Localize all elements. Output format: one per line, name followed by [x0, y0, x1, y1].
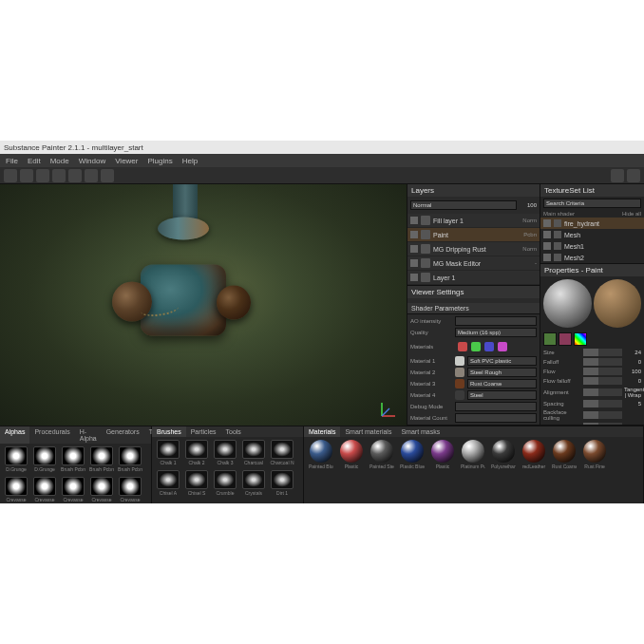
viewport-3d[interactable] — [0, 184, 407, 426]
shelf-tab[interactable]: Smart masks — [396, 426, 445, 437]
tool-poly-icon[interactable] — [52, 169, 66, 182]
param-select[interactable]: Steel — [467, 390, 537, 400]
eye-icon[interactable] — [410, 217, 418, 224]
texset-search-input[interactable]: Search Criteria — [543, 199, 641, 208]
color-secondary[interactable] — [559, 332, 572, 346]
brush-item[interactable]: Crystals — [240, 470, 267, 499]
shelf-tab[interactable]: Tools — [221, 426, 246, 437]
slider[interactable] — [583, 377, 622, 385]
eye-icon[interactable] — [410, 274, 418, 281]
alpha-item[interactable]: Brush Pcbn — [88, 446, 115, 475]
param-select[interactable]: Rust Coarse — [467, 379, 537, 388]
menu-plugins[interactable]: Plugins — [147, 157, 172, 165]
texset-row[interactable]: fire_hydrant — [540, 218, 644, 229]
layer-row[interactable]: Fill layer 1Norm — [407, 214, 540, 228]
alpha-item[interactable]: D.Grunge — [31, 446, 58, 475]
slider[interactable] — [583, 411, 622, 419]
material-item[interactable]: Rust Coarse — [550, 440, 578, 472]
menu-help[interactable]: Help — [182, 157, 198, 165]
viewport-mode-icon[interactable] — [611, 169, 624, 182]
alpha-item[interactable]: Crevasse — [3, 477, 29, 503]
layer-row[interactable]: PaintPcbn — [407, 228, 540, 242]
brush-item[interactable]: Chisel A — [155, 470, 181, 499]
shelf-tab[interactable]: Procedurals — [29, 426, 74, 444]
shelf-tab[interactable]: Smart materials — [340, 426, 396, 437]
texset-row[interactable]: Mesh1 — [540, 240, 644, 252]
shelf-tab[interactable]: Particles — [186, 426, 221, 437]
texset-row[interactable]: Mesh2 — [540, 252, 644, 263]
alpha-item[interactable]: Crevasse — [88, 477, 115, 503]
tool-fill-icon[interactable] — [68, 169, 82, 182]
alpha-item[interactable]: Brush Pcbn — [117, 446, 143, 475]
brush-item[interactable]: Dirt 1 — [269, 470, 295, 499]
alpha-item[interactable]: Crevasse — [60, 477, 86, 503]
brush-item[interactable]: Chisel S — [183, 470, 210, 499]
brush-item[interactable]: Charcoal N — [269, 440, 295, 468]
menu-file[interactable]: File — [6, 157, 18, 165]
tool-brush-icon[interactable] — [4, 169, 17, 182]
slider[interactable] — [583, 368, 622, 375]
material-item[interactable]: Polyurethane — [489, 440, 518, 472]
menu-edit[interactable]: Edit — [28, 157, 41, 165]
menu-mode[interactable]: Mode — [50, 157, 69, 165]
material-item[interactable]: Painted Steel — [368, 440, 396, 472]
eye-icon[interactable] — [410, 259, 418, 267]
material-item[interactable]: redLeather — [520, 440, 548, 472]
texset-row[interactable]: Mesh — [540, 229, 644, 240]
material-swatch[interactable] — [455, 379, 464, 388]
slider[interactable] — [583, 358, 622, 366]
shelf-tab[interactable]: Generators — [102, 426, 144, 444]
material-swatch[interactable] — [455, 390, 464, 400]
menu-window[interactable]: Window — [79, 157, 105, 165]
shelf-tab[interactable]: Brushes — [152, 426, 186, 437]
eye-icon[interactable] — [543, 231, 551, 238]
slider[interactable] — [583, 349, 622, 356]
param-select[interactable]: Soft PVC plastic — [467, 356, 537, 366]
param-select[interactable] — [455, 413, 537, 423]
material-item[interactable]: Plastic — [428, 440, 457, 472]
camera-icon[interactable] — [627, 169, 640, 182]
tool-smudge-icon[interactable] — [85, 169, 98, 182]
material-item[interactable]: Platinum Pure — [459, 440, 487, 472]
alpha-item[interactable]: Crevasse — [117, 477, 143, 503]
tool-clone-icon[interactable] — [101, 169, 114, 182]
menu-viewer[interactable]: Viewer — [115, 157, 138, 165]
param-select[interactable] — [455, 316, 537, 326]
mat-color[interactable] — [458, 342, 467, 351]
blend-mode-select[interactable]: Normal — [410, 200, 517, 210]
brush-item[interactable]: Chalk 3 — [212, 440, 238, 468]
material-swatch[interactable] — [455, 356, 464, 366]
tool-projection-icon[interactable] — [36, 169, 49, 182]
slider[interactable] — [583, 400, 622, 407]
param-select[interactable] — [455, 402, 537, 411]
brush-item[interactable]: Chalk 2 — [183, 440, 210, 468]
param-select[interactable]: Steel Rough — [467, 368, 537, 377]
alpha-item[interactable]: Brush Pcbn — [60, 446, 86, 475]
shelf-tab[interactable]: Materials — [304, 426, 340, 437]
material-swatch[interactable] — [455, 368, 464, 377]
color-picker-icon[interactable] — [574, 332, 587, 346]
eye-icon[interactable] — [543, 242, 551, 250]
slider[interactable] — [583, 388, 622, 396]
material-item[interactable]: Rust Fine — [580, 440, 609, 472]
mat-color[interactable] — [484, 342, 494, 351]
layer-row[interactable]: MG Mask Editor- — [407, 256, 540, 271]
brush-item[interactable]: Crumble — [212, 470, 238, 499]
alpha-item[interactable]: D.Grunge — [3, 446, 29, 475]
color-primary[interactable] — [543, 332, 557, 346]
mat-color[interactable] — [471, 342, 481, 351]
material-item[interactable]: Plastic — [337, 440, 366, 472]
eye-icon[interactable] — [410, 231, 418, 238]
brush-item[interactable]: Charcoal — [240, 440, 267, 468]
eye-icon[interactable] — [543, 219, 551, 227]
mat-color[interactable] — [498, 342, 507, 351]
tool-eraser-icon[interactable] — [20, 169, 33, 182]
layer-row[interactable]: MG Dripping RustNorm — [407, 242, 540, 256]
shelf-tab[interactable]: H-Alpha — [75, 426, 102, 444]
eye-icon[interactable] — [410, 245, 418, 253]
alpha-item[interactable]: Crevasse — [31, 477, 58, 503]
shelf-tab[interactable]: Alphas — [0, 426, 29, 444]
param-select[interactable]: Medium (16 spp) — [455, 328, 537, 337]
layer-row[interactable]: Layer 1 — [407, 271, 540, 285]
material-item[interactable]: Plastic Blue — [398, 440, 426, 472]
